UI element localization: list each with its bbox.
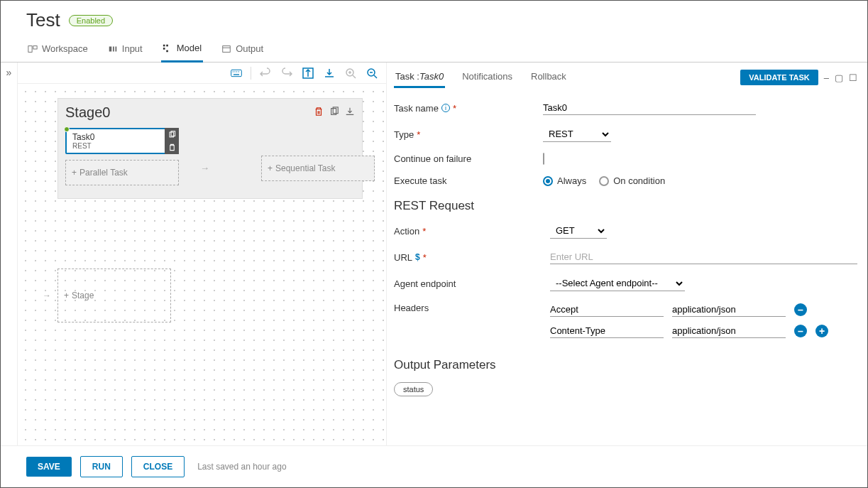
close-button[interactable]: CLOSE (131, 456, 185, 477)
radio-dot-icon (543, 176, 553, 186)
task-status-dot (64, 126, 70, 132)
task-card[interactable]: Task0 REST (65, 128, 179, 154)
run-button[interactable]: RUN (80, 456, 123, 477)
minimize-icon[interactable]: – (824, 72, 829, 83)
add-parallel-task-button[interactable]: + Parallel Task (65, 160, 179, 185)
plus-icon: + (268, 163, 273, 173)
save-button[interactable]: SAVE (26, 457, 72, 477)
svg-line-23 (374, 75, 377, 78)
plus-icon: + (72, 168, 77, 178)
svg-rect-11 (231, 70, 242, 76)
svg-rect-1 (33, 45, 37, 48)
undo-icon[interactable] (258, 66, 273, 80)
svg-rect-3 (113, 46, 114, 51)
add-header-button[interactable]: + (815, 325, 828, 337)
remove-header-button[interactable]: – (794, 303, 807, 316)
task-name: Task0 (67, 129, 177, 142)
tab-workspace[interactable]: Workspace (26, 37, 89, 62)
svg-rect-4 (115, 46, 116, 51)
headers-label: Headers (394, 303, 429, 313)
keyboard-icon[interactable] (229, 66, 243, 80)
header-value-input[interactable] (672, 303, 786, 317)
stage-title: Stage0 (65, 104, 110, 121)
svg-point-12 (233, 71, 234, 72)
fit-icon[interactable] (301, 66, 315, 80)
page-title: Test (26, 9, 60, 31)
main-tabs: Workspace Input Model Output (1, 37, 867, 63)
add-stage-button[interactable]: → + Stage (57, 269, 171, 322)
svg-point-14 (236, 71, 237, 72)
agent-endpoint-select[interactable]: --Select Agent endpoint-- (550, 276, 685, 291)
input-icon (108, 44, 118, 54)
output-icon (221, 44, 231, 54)
continue-checkbox[interactable] (543, 153, 544, 165)
required-icon: * (423, 252, 427, 263)
redo-icon[interactable] (280, 66, 294, 80)
tab-label: Workspace (42, 43, 88, 54)
svg-point-15 (238, 71, 239, 72)
download-icon[interactable] (322, 66, 336, 80)
svg-line-19 (353, 75, 356, 78)
copy-task-icon[interactable] (165, 128, 179, 141)
svg-rect-6 (166, 44, 168, 46)
required-icon: * (422, 226, 426, 237)
validate-task-button[interactable]: VALIDATE TASK (740, 70, 818, 85)
execute-condition-radio[interactable]: On condition (599, 175, 665, 186)
svg-rect-9 (223, 45, 231, 52)
header-value-input[interactable] (672, 324, 786, 338)
workspace-icon (28, 44, 38, 54)
last-saved-status: Last saved an hour ago (197, 462, 286, 472)
action-select[interactable]: GET (550, 223, 607, 239)
remove-header-button[interactable]: – (794, 325, 807, 337)
required-icon: * (453, 103, 456, 114)
add-sequential-task-button[interactable]: + Sequential Task (261, 156, 375, 181)
zoom-out-icon[interactable] (365, 66, 379, 80)
model-icon (163, 43, 172, 53)
header-key-input[interactable] (550, 303, 664, 317)
status-badge: Enabled (69, 15, 113, 26)
info-icon[interactable]: i (441, 104, 450, 112)
delete-stage-icon[interactable] (314, 107, 324, 119)
execute-label: Execute task (394, 175, 446, 186)
radio-dot-icon (599, 176, 609, 186)
restore-icon[interactable]: ▢ (835, 72, 843, 83)
rest-section-header: REST Request (394, 199, 857, 213)
arrow-right-icon: → (200, 163, 209, 173)
type-label: Type (394, 129, 414, 140)
placeholder-label: Sequential Task (275, 163, 336, 173)
svg-point-13 (234, 71, 235, 72)
import-stage-icon[interactable] (345, 107, 355, 119)
task-name-input[interactable] (543, 101, 756, 115)
stage-container[interactable]: Stage0 (57, 98, 363, 199)
tab-label: Output (236, 43, 263, 54)
type-select[interactable]: REST (543, 126, 611, 142)
svg-rect-0 (28, 45, 32, 52)
task-name-label: Task name (394, 103, 439, 114)
svg-rect-7 (163, 48, 165, 50)
output-chip[interactable]: status (394, 382, 433, 396)
tab-model[interactable]: Model (161, 37, 203, 63)
header-key-input[interactable] (550, 324, 664, 338)
tab-label: Model (177, 43, 202, 53)
arrow-right-icon: → (43, 291, 51, 300)
tab-input[interactable]: Input (106, 37, 144, 62)
execute-always-radio[interactable]: Always (543, 175, 586, 186)
tab-label: Input (122, 43, 143, 54)
continue-label: Continue on failure (394, 153, 471, 164)
rollback-tab[interactable]: Rollback (529, 67, 568, 88)
sidebar-expand-icon[interactable]: » (1, 63, 18, 445)
url-label: URL (394, 252, 412, 263)
radio-label: Always (557, 175, 586, 186)
action-label: Action (394, 226, 419, 237)
notifications-tab[interactable]: Notifications (461, 67, 514, 88)
tab-prefix: Task : (395, 71, 419, 82)
variable-icon[interactable]: $ (415, 252, 420, 262)
copy-stage-icon[interactable] (329, 107, 339, 119)
url-input[interactable] (550, 250, 857, 264)
svg-rect-2 (109, 46, 112, 51)
task-tab[interactable]: Task :Task0 (394, 67, 445, 88)
tab-output[interactable]: Output (220, 37, 265, 62)
maximize-icon[interactable]: ☐ (849, 72, 857, 83)
delete-task-icon[interactable] (165, 141, 179, 155)
zoom-in-icon[interactable] (344, 66, 358, 80)
